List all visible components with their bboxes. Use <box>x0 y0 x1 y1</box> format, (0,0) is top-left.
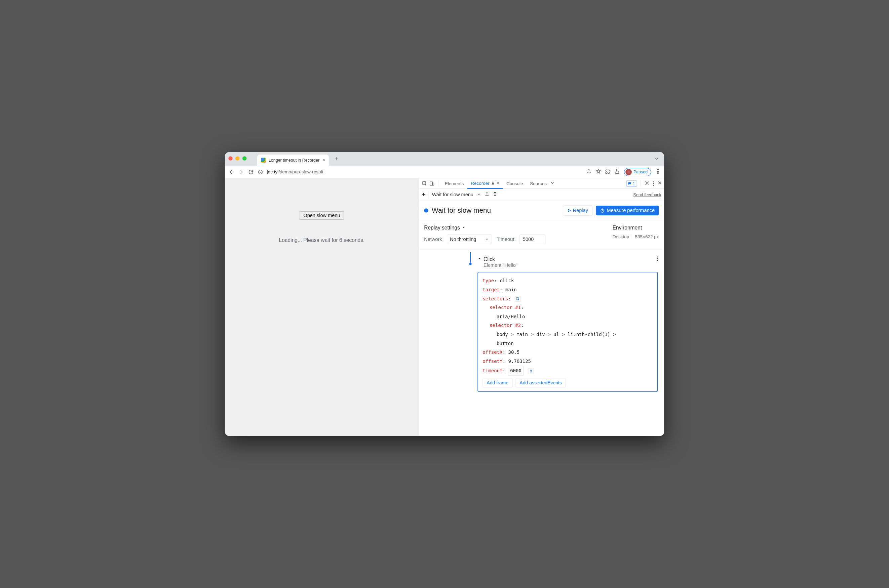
network-throttling-select[interactable]: No throttling <box>447 234 492 244</box>
svg-point-3 <box>657 173 658 174</box>
send-feedback-link[interactable]: Send feedback <box>633 192 661 197</box>
profile-paused-pill[interactable]: Paused <box>624 168 651 176</box>
recording-status-dot <box>424 208 428 212</box>
page-viewport: Open slow menu Loading... Please wait fo… <box>225 178 419 436</box>
steps-list[interactable]: Click Element "Hello" type: click target… <box>419 249 664 436</box>
add-asserted-events-button[interactable]: Add assertedEvents <box>516 378 566 388</box>
environment-device: Desktop <box>612 234 632 239</box>
network-label: Network <box>424 237 442 242</box>
step-header[interactable]: Click Element "Hello" <box>469 256 658 268</box>
content-split: Open slow menu Loading... Please wait fo… <box>225 178 664 436</box>
device-toggle-icon[interactable] <box>428 181 436 186</box>
devtools-panel: Elements Recorder × Console Sources 1 <box>419 178 664 436</box>
url-host: jec.fyi <box>267 170 279 175</box>
devtools-menu-icon[interactable] <box>653 181 654 186</box>
issues-count: 1 <box>633 181 635 186</box>
favicon-icon <box>261 158 266 163</box>
svg-point-1 <box>657 169 658 170</box>
selector-1-value: aria/Hello <box>496 314 525 319</box>
tab-title: Longer timeout in Recorder <box>269 158 319 163</box>
bookmark-icon[interactable] <box>596 169 601 175</box>
browser-window: Longer timeout in Recorder × + jec.fyi/d… <box>225 152 664 436</box>
forward-button[interactable] <box>238 169 244 175</box>
devtools-tabbar: Elements Recorder × Console Sources 1 <box>419 178 664 189</box>
share-icon[interactable] <box>587 169 592 175</box>
step-timeout-input[interactable]: 6000 <box>508 366 523 376</box>
address-bar-row: jec.fyi/demo/pup-slow-result Paused <box>225 166 664 178</box>
measure-performance-button[interactable]: Measure performance <box>596 206 659 215</box>
add-frame-button[interactable]: Add frame <box>483 378 512 388</box>
step-menu-icon[interactable] <box>657 256 658 261</box>
selector-2-value-line1: body > main > div > ul > li:nth-child(1)… <box>496 332 616 337</box>
settings-gear-icon[interactable] <box>644 180 650 186</box>
close-window-button[interactable] <box>228 156 232 160</box>
tab-console[interactable]: Console <box>503 178 526 189</box>
paused-label: Paused <box>633 170 648 175</box>
minimize-window-button[interactable] <box>235 156 239 160</box>
issues-chip[interactable]: 1 <box>626 180 637 186</box>
step-title: Click <box>483 256 517 262</box>
recording-header: Wait for slow menu Replay Measure perfor… <box>419 201 664 220</box>
recording-dropdown-icon[interactable] <box>477 192 481 198</box>
timeout-label: Timeout <box>496 237 514 242</box>
browser-tab[interactable]: Longer timeout in Recorder × <box>257 154 329 166</box>
close-panel-button[interactable]: × <box>496 180 499 186</box>
recording-selector[interactable]: Wait for slow menu <box>432 192 474 198</box>
close-tab-button[interactable]: × <box>322 157 325 163</box>
step-subtitle: Element "Hello" <box>483 262 517 268</box>
experiment-icon <box>491 180 495 186</box>
browser-menu-icon[interactable] <box>655 169 661 175</box>
tab-strip: Longer timeout in Recorder × + <box>225 152 664 166</box>
window-controls <box>228 156 247 160</box>
tab-elements[interactable]: Elements <box>441 178 467 189</box>
replay-settings: Replay settings Network No throttling Ti… <box>419 220 664 250</box>
new-recording-button[interactable]: + <box>422 191 426 198</box>
tab-recorder[interactable]: Recorder × <box>467 178 503 189</box>
step-timeout-delete-icon[interactable] <box>528 368 534 374</box>
url-display[interactable]: jec.fyi/demo/pup-slow-result <box>267 170 323 175</box>
selector-2-value-line2: button <box>496 341 514 346</box>
tab-overflow-icon[interactable] <box>654 156 659 162</box>
environment-title: Environment <box>612 225 642 231</box>
reload-button[interactable] <box>248 169 254 175</box>
open-slow-menu-button[interactable]: Open slow menu <box>299 212 344 220</box>
more-tabs-icon[interactable] <box>550 181 555 186</box>
flask-icon[interactable] <box>615 169 620 175</box>
avatar-icon <box>626 169 632 175</box>
tab-sources[interactable]: Sources <box>526 178 550 189</box>
timeline-dot <box>469 263 471 265</box>
svg-point-7 <box>646 182 648 183</box>
maximize-window-button[interactable] <box>242 156 247 160</box>
loading-text: Loading... Please wait for 6 seconds. <box>279 237 364 243</box>
replay-settings-toggle[interactable]: Replay settings <box>424 225 545 231</box>
new-tab-button[interactable]: + <box>332 155 341 163</box>
replay-button[interactable]: Replay <box>563 205 593 215</box>
timeline-line <box>470 252 471 263</box>
devtools-close-button[interactable] <box>657 181 662 186</box>
environment-size: 535×622 px <box>632 234 659 239</box>
inspect-element-icon[interactable] <box>421 181 428 186</box>
environment-values: Desktop 535×622 px <box>612 234 659 239</box>
svg-point-2 <box>657 171 658 172</box>
url-path: /demo/pup-slow-result <box>278 170 323 175</box>
recorder-toolbar: + Wait for slow menu Send feedback <box>419 189 664 201</box>
step-expand-icon[interactable] <box>477 256 481 262</box>
step-editor[interactable]: type: click target: main selectors: sele… <box>477 272 658 392</box>
timeout-input[interactable]: 5000 <box>519 234 545 244</box>
recording-title: Wait for slow menu <box>432 206 491 214</box>
export-icon[interactable] <box>484 192 490 198</box>
delete-recording-icon[interactable] <box>493 192 498 198</box>
extensions-icon[interactable] <box>605 169 611 175</box>
site-info-icon[interactable] <box>258 170 263 175</box>
back-button[interactable] <box>228 169 235 175</box>
selector-picker-icon[interactable] <box>515 296 520 302</box>
